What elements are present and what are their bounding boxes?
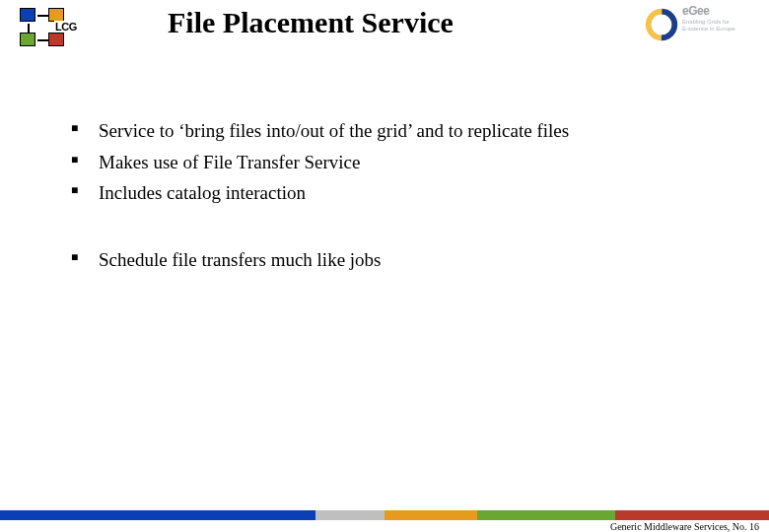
bullet-item: Schedule file transfers much like jobs	[71, 247, 702, 273]
band-green	[477, 510, 615, 520]
band-red	[615, 510, 769, 520]
egee-mark-icon	[643, 6, 680, 43]
lcg-square-orange	[48, 8, 64, 22]
lcg-logo: LCG	[20, 8, 69, 49]
bullet-item: Makes use of File Transfer Service	[71, 150, 702, 175]
bullet-item: Includes catalog interaction	[71, 180, 702, 206]
egee-logo: eGee Enabling Grids for E-science in Eur…	[643, 6, 751, 45]
band-orange	[384, 510, 477, 520]
bullet-list-1: Service to ‘bring files into/out of the …	[71, 118, 702, 206]
bullet-item: Service to ‘bring files into/out of the …	[71, 118, 702, 144]
header: LCG File Placement Service eGee Enabling…	[0, 0, 769, 59]
lcg-connector	[37, 39, 49, 41]
lcg-connector	[28, 24, 30, 33]
lcg-connector	[37, 15, 49, 17]
slide: LCG File Placement Service eGee Enabling…	[0, 0, 769, 532]
content: Service to ‘bring files into/out of the …	[71, 118, 702, 279]
spacer	[71, 212, 702, 247]
footer-band	[0, 510, 769, 520]
band-grey	[315, 510, 384, 520]
lcg-square-red	[48, 33, 64, 46]
egee-logo-sub: Enabling Grids for E-science in Europe	[682, 19, 735, 33]
slide-title: File Placement Service	[168, 6, 454, 39]
footer-text: Generic Middleware Services, No. 16	[610, 521, 759, 532]
lcg-square-green	[20, 33, 35, 46]
lcg-label: LCG	[54, 21, 78, 33]
egee-logo-text: eGee	[682, 4, 709, 18]
lcg-square-blue	[20, 8, 35, 22]
svg-point-2	[655, 18, 667, 31]
bullet-list-2: Schedule file transfers much like jobs	[71, 247, 702, 273]
band-blue	[0, 510, 315, 520]
